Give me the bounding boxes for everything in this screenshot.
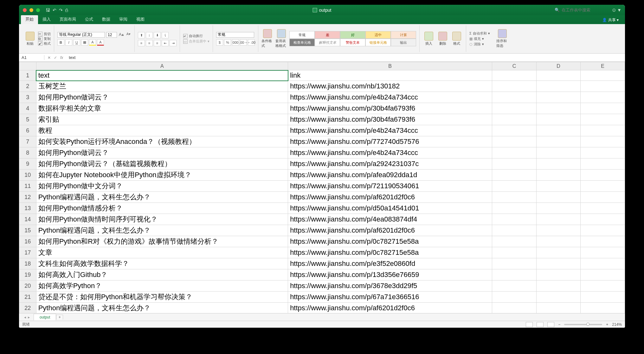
cell[interactable]: https://www.jianshu.com/p/e4b24a734ccc [288,147,492,158]
autosum-button[interactable]: Σ 自动求和 ▾ [469,31,490,36]
cell[interactable] [492,214,537,225]
row-header[interactable]: 15 [19,225,36,236]
row-header[interactable]: 18 [19,258,36,269]
cell[interactable] [492,70,537,81]
col-header-D[interactable]: D [536,62,581,70]
zoom-slider[interactable] [564,324,602,325]
row-header[interactable]: 22 [19,303,36,313]
cell[interactable] [536,214,581,225]
cell[interactable] [492,236,537,247]
cell[interactable]: 如何用Python做中文分词？ [36,181,288,192]
font-name-select[interactable] [57,32,105,38]
wrap-text-button[interactable]: ↵自动换行 [183,34,209,38]
currency-icon[interactable]: $ [216,39,223,46]
style-常规[interactable]: 常规 [289,31,315,39]
page-break-view-icon[interactable] [547,322,554,327]
cell[interactable] [536,247,581,258]
number-format-select[interactable] [216,32,254,38]
cell[interactable] [581,81,625,92]
cell[interactable] [581,247,625,258]
style-解释性文本[interactable]: 解释性文本 [315,39,340,46]
zoom-out-icon[interactable]: − [558,322,560,327]
cell[interactable] [581,170,625,181]
cell[interactable]: https://www.jianshu.com/nb/130182 [288,81,492,92]
cell[interactable] [536,292,581,303]
indent-dec-icon[interactable]: ⇤ [162,40,169,46]
row-header[interactable]: 19 [19,269,36,280]
format-cells-button[interactable]: 格式 [451,29,463,48]
cell[interactable] [536,158,581,170]
cell[interactable] [581,303,625,313]
cell[interactable]: text [36,70,288,81]
cell[interactable] [492,103,537,114]
cell[interactable]: https://www.jianshu.com/p/d50a14541d01 [288,203,492,214]
cell[interactable]: https://www.jianshu.com/p/30b4fa6793f6 [288,114,492,125]
cell[interactable]: 如何用Python做情感分析？ [36,203,288,214]
cell[interactable] [492,158,537,170]
cell[interactable] [492,269,537,280]
cell[interactable]: https://www.jianshu.com/p/13d356e76659 [288,269,492,280]
cell[interactable]: 如何用Python做舆情时间序列可视化？ [36,214,288,225]
cell-styles-gallery[interactable]: 常规差好适中计算检查单元格解释性文本警告文本链接单元格输出 [289,31,416,46]
comma-icon[interactable]: 000 [232,39,239,46]
cell[interactable]: https://www.jianshu.com/p/e4b24a734ccc [288,92,492,103]
row-header[interactable]: 20 [19,280,36,292]
cell[interactable]: 索引贴 [36,114,288,125]
cell[interactable] [492,81,537,92]
col-header-C[interactable]: C [492,62,537,70]
cell[interactable] [492,292,537,303]
cell[interactable]: https://www.jianshu.com/p/67a71e366516 [288,292,492,303]
row-header[interactable]: 7 [19,136,36,147]
cell[interactable] [536,125,581,136]
cell[interactable] [492,258,537,269]
cell[interactable]: 如何用Python做词云？ [36,92,288,103]
underline-button[interactable]: U [73,39,80,46]
col-header-E[interactable]: E [581,62,625,70]
row-header[interactable]: 10 [19,170,36,181]
tab-layout[interactable]: 页面布局 [55,15,80,24]
cell[interactable] [492,192,537,203]
row-header[interactable]: 13 [19,203,36,214]
name-box[interactable]: A1 [19,55,44,60]
formula-input[interactable]: text [66,55,75,60]
cell[interactable]: https://www.jianshu.com/p/afea092dda1d [288,170,492,181]
cell[interactable]: 文科生如何高效学数据科学？ [36,258,288,269]
cell[interactable] [581,114,625,125]
italic-button[interactable]: I [65,39,72,46]
tab-data[interactable]: 数据 [98,15,115,24]
cell[interactable] [536,147,581,158]
cell[interactable]: 如何用Python做词云？ [36,147,288,158]
cell[interactable] [581,103,625,114]
cell[interactable] [536,269,581,280]
sort-filter-button[interactable]: 排序和筛选 [496,29,508,48]
cell[interactable]: https://www.jianshu.com/p/af6201d2f0c6 [288,192,492,203]
cell[interactable]: https://www.jianshu.com/p/af6201d2f0c6 [288,225,492,236]
tab-view[interactable]: 视图 [132,15,149,24]
cell[interactable]: https://www.jianshu.com/p/e4b24a734ccc [288,125,492,136]
style-链接单元格[interactable]: 链接单元格 [365,39,391,46]
cell[interactable] [492,181,537,192]
cell[interactable] [492,170,537,181]
close-icon[interactable] [23,8,27,12]
cell[interactable]: 教程 [36,125,288,136]
cell[interactable] [581,269,625,280]
cell[interactable] [581,181,625,192]
row-header[interactable]: 16 [19,236,36,247]
col-header-A[interactable]: A [36,62,288,70]
fill-color-button[interactable]: A [89,39,96,46]
cell[interactable] [492,203,537,214]
percent-icon[interactable]: % [224,39,231,46]
cell[interactable] [581,280,625,292]
prev-sheet-icon[interactable]: ▸ [28,315,30,319]
cell[interactable] [536,303,581,313]
cell[interactable] [536,92,581,103]
style-计算[interactable]: 计算 [391,31,416,39]
row-header[interactable]: 17 [19,247,36,258]
normal-view-icon[interactable] [526,322,533,327]
cell[interactable] [492,92,537,103]
style-输出[interactable]: 输出 [391,39,416,46]
insert-cells-button[interactable]: 插入 [423,29,435,48]
decrease-font-icon[interactable]: A▾ [126,32,131,38]
tab-home[interactable]: 开始 [21,15,38,24]
cell[interactable]: link [288,70,492,81]
